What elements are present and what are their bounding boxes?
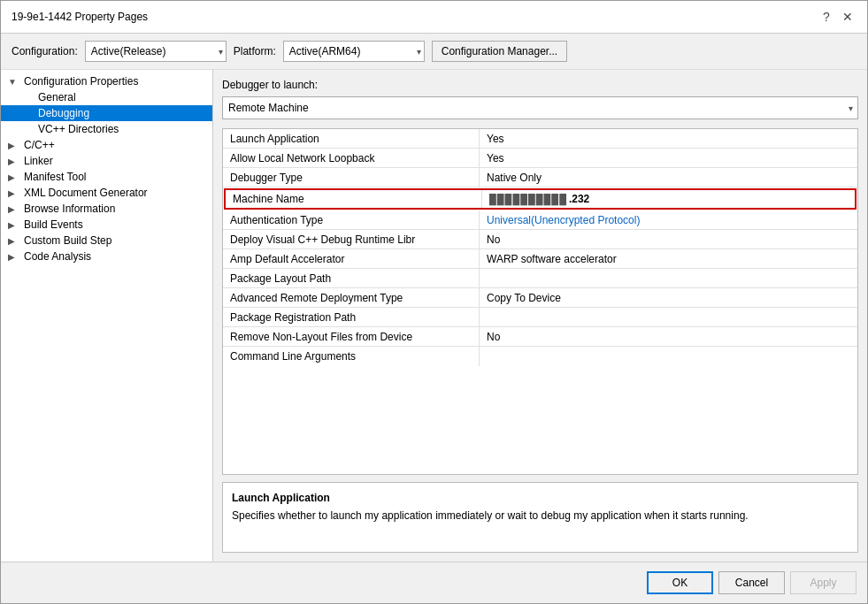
sidebar-item-label-vc-directories: VC++ Directories [38,123,119,135]
configuration-select[interactable]: Active(Release) [85,41,227,62]
apply-button[interactable]: Apply [790,571,856,594]
description-text-content: Specifies whether to launch my applicati… [232,509,749,522]
right-panel: Debugger to launch: Remote Machine Launc… [213,70,867,562]
prop-value-1: Yes [480,149,857,167]
platform-label: Platform: [234,45,276,57]
prop-value-4: Universal (Unencrypted Protocol) [480,210,857,229]
expand-icon-config-properties: ▼ [8,77,20,87]
prop-row-3[interactable]: Machine Name██████████.232 [224,188,856,210]
expand-icon-custom-build-step: ▶ [8,236,20,246]
title-bar: 19-9e1-1442 Property Pages ? ✕ [1,1,867,34]
sidebar-item-browse-info[interactable]: ▶Browse Information [1,201,212,217]
platform-select-wrapper: Active(ARM64) [283,41,425,62]
prop-value-6: WARP software accelerator [480,249,857,268]
properties-grid: Launch ApplicationYesAllow Local Network… [222,128,858,475]
sidebar: ▼Configuration PropertiesGeneralDebuggin… [1,70,213,562]
machine-ip-blurred: ██████████ [489,194,567,204]
description-text: Specifies whether to launch my applicati… [232,508,849,524]
sidebar-item-label-code-analysis: Code Analysis [24,250,91,263]
footer: OK Cancel Apply [1,562,867,603]
prop-row-1[interactable]: Allow Local Network LoopbackYes [223,149,857,168]
close-button[interactable]: ✕ [839,8,856,26]
sidebar-item-label-config-properties: Configuration Properties [24,75,138,88]
configuration-label: Configuration: [12,45,78,57]
sidebar-item-label-manifest-tool: Manifest Tool [24,171,86,183]
sidebar-item-code-analysis[interactable]: ▶Code Analysis [1,248,212,264]
prop-row-4[interactable]: Authentication TypeUniversal (Unencrypte… [223,210,857,230]
sidebar-item-manifest-tool[interactable]: ▶Manifest Tool [1,169,212,185]
unencrypted-link[interactable]: (Unencrypted Protocol) [531,214,640,226]
sidebar-item-debugging[interactable]: Debugging [1,105,212,121]
prop-value-9 [480,308,857,326]
prop-row-10[interactable]: Remove Non-Layout Files from DeviceNo [223,327,857,347]
sidebar-item-label-build-events: Build Events [24,218,83,231]
sidebar-item-label-general: General [38,91,76,103]
prop-name-8: Advanced Remote Deployment Type [223,288,480,307]
prop-name-11: Command Line Arguments [223,347,480,366]
prop-row-7[interactable]: Package Layout Path [223,269,857,288]
expand-icon-manifest-tool: ▶ [8,172,20,182]
sidebar-item-label-custom-build-step: Custom Build Step [24,234,111,247]
expand-icon-build-events: ▶ [8,220,20,230]
description-title: Launch Application [232,492,849,504]
prop-value-0: Yes [480,129,857,148]
prop-name-4: Authentication Type [223,210,480,229]
title-bar-controls: ? ✕ [818,8,856,26]
expand-icon-code-analysis: ▶ [8,252,20,262]
sidebar-item-label-xml-doc-gen: XML Document Generator [24,187,148,199]
prop-value-3: ██████████.232 [482,190,855,208]
prop-name-9: Package Registration Path [223,308,480,326]
sidebar-item-xml-doc-gen[interactable]: ▶XML Document Generator [1,185,212,201]
expand-icon-xml-doc-gen: ▶ [8,188,20,198]
cancel-button[interactable]: Cancel [718,571,785,594]
prop-value-10: No [480,327,857,346]
configuration-select-wrapper: Active(Release) [85,41,227,62]
prop-value-8: Copy To Device [480,288,857,307]
sidebar-item-label-debugging: Debugging [38,107,89,119]
prop-name-5: Deploy Visual C++ Debug Runtime Libr [223,230,480,248]
prop-row-8[interactable]: Advanced Remote Deployment TypeCopy To D… [223,288,857,308]
description-panel: Launch Application Specifies whether to … [222,482,858,553]
sidebar-item-label-cpp: C/C++ [24,139,55,151]
prop-value-5: No [480,230,857,248]
prop-value-7 [480,269,857,287]
prop-name-2: Debugger Type [223,168,480,187]
debugger-label: Debugger to launch: [222,79,858,91]
prop-row-5[interactable]: Deploy Visual C++ Debug Runtime LibrNo [223,230,857,249]
sidebar-item-build-events[interactable]: ▶Build Events [1,217,212,233]
prop-row-6[interactable]: Amp Default AcceleratorWARP software acc… [223,249,857,269]
expand-icon-browse-info: ▶ [8,204,20,214]
prop-row-0[interactable]: Launch ApplicationYes [223,129,857,149]
sidebar-item-cpp[interactable]: ▶C/C++ [1,137,212,153]
sidebar-item-linker[interactable]: ▶Linker [1,153,212,169]
prop-name-7: Package Layout Path [223,269,480,287]
sidebar-item-custom-build-step[interactable]: ▶Custom Build Step [1,233,212,248]
debugger-select-row: Remote Machine [222,96,858,119]
prop-row-9[interactable]: Package Registration Path [223,308,857,327]
expand-icon-cpp: ▶ [8,141,20,150]
sidebar-item-vc-directories[interactable]: VC++ Directories [1,121,212,137]
property-pages-dialog: 19-9e1-1442 Property Pages ? ✕ Configura… [0,0,868,604]
main-content: ▼Configuration PropertiesGeneralDebuggin… [1,70,867,562]
ok-button[interactable]: OK [647,571,713,594]
platform-select[interactable]: Active(ARM64) [283,41,425,62]
config-bar: Configuration: Active(Release) Platform:… [1,34,867,70]
prop-name-1: Allow Local Network Loopback [223,149,480,167]
sidebar-item-general[interactable]: General [1,89,212,105]
sidebar-item-label-linker: Linker [24,155,53,167]
sidebar-item-label-browse-info: Browse Information [24,203,115,215]
prop-name-10: Remove Non-Layout Files from Device [223,327,480,346]
prop-name-6: Amp Default Accelerator [223,249,480,268]
prop-name-3: Machine Name [226,190,482,208]
help-button[interactable]: ? [818,8,835,26]
sidebar-item-config-properties[interactable]: ▼Configuration Properties [1,73,212,89]
prop-row-2[interactable]: Debugger TypeNative Only [223,168,857,187]
dialog-title: 19-9e1-1442 Property Pages [12,11,148,23]
configuration-manager-button[interactable]: Configuration Manager... [432,41,567,62]
debugger-select[interactable]: Remote Machine [222,96,858,119]
debugger-select-wrapper: Remote Machine [222,96,858,119]
machine-ip-visible: .232 [569,193,589,205]
prop-value-11 [480,347,857,366]
prop-row-11[interactable]: Command Line Arguments [223,347,857,366]
expand-icon-linker: ▶ [8,157,20,166]
